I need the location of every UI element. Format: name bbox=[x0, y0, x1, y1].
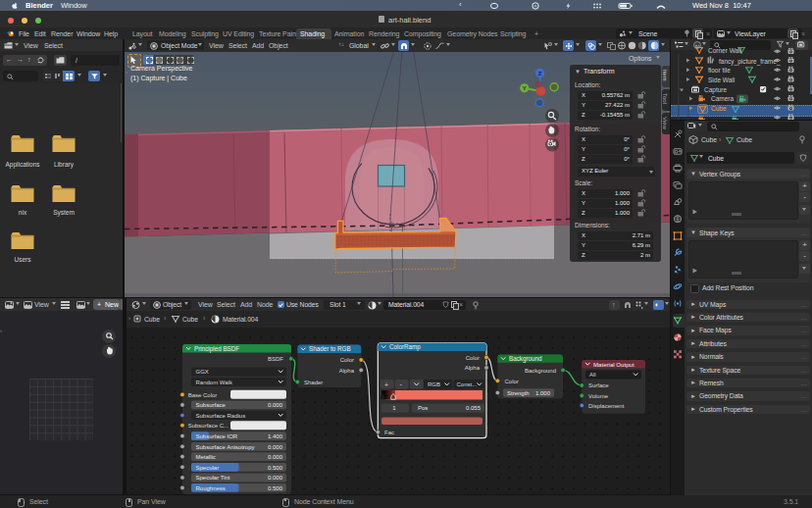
svg-text:Color: Color bbox=[340, 357, 354, 363]
svg-text:GGX: GGX bbox=[196, 369, 209, 375]
svg-text:Camera: Camera bbox=[711, 95, 735, 102]
svg-text:ColorRamp: ColorRamp bbox=[389, 343, 421, 351]
svg-text:Volume: Volume bbox=[588, 393, 609, 399]
svg-text:Subsurface Radius: Subsurface Radius bbox=[196, 413, 246, 419]
svg-text:BSDF: BSDF bbox=[268, 356, 283, 362]
svg-text:Applications: Applications bbox=[5, 161, 40, 169]
svg-text:Cube: Cube bbox=[711, 105, 727, 112]
svg-text:Displacement: Displacement bbox=[588, 403, 625, 409]
svg-text:Roughness: Roughness bbox=[196, 485, 226, 491]
svg-text:1.000: 1.000 bbox=[535, 390, 551, 396]
svg-text:Side Wall: Side Wall bbox=[708, 76, 736, 83]
svg-text:Metallic: Metallic bbox=[196, 454, 216, 460]
svg-text:nix: nix bbox=[19, 209, 27, 216]
svg-text:fancy_picture_frame_: fancy_picture_frame_ bbox=[719, 58, 781, 66]
svg-text:Background: Background bbox=[525, 368, 556, 374]
svg-text:0.000: 0.000 bbox=[268, 454, 283, 460]
svg-text:Principled BSDF: Principled BSDF bbox=[194, 345, 239, 353]
svg-text:Shader: Shader bbox=[304, 380, 323, 385]
svg-text:Library: Library bbox=[54, 161, 75, 169]
svg-text:floor tile: floor tile bbox=[708, 67, 731, 74]
svg-text:0.055: 0.055 bbox=[466, 405, 482, 411]
svg-text:Subsurface C...: Subsurface C... bbox=[188, 423, 229, 429]
svg-text:Specular: Specular bbox=[196, 465, 220, 471]
svg-text:0.500: 0.500 bbox=[268, 465, 283, 471]
svg-text:Random Walk: Random Walk bbox=[196, 380, 233, 385]
svg-text:All: All bbox=[589, 372, 596, 378]
svg-text:Subsurface IOR: Subsurface IOR bbox=[196, 433, 238, 439]
svg-text:Subsurface: Subsurface bbox=[196, 402, 227, 408]
svg-text:Material Output: Material Output bbox=[593, 361, 634, 368]
svg-text:Specular Tint: Specular Tint bbox=[196, 475, 230, 481]
svg-text:0.000: 0.000 bbox=[268, 444, 283, 450]
svg-text:Alpha: Alpha bbox=[339, 368, 355, 374]
svg-text:0.000: 0.000 bbox=[268, 402, 283, 408]
svg-text:+: + bbox=[384, 381, 388, 388]
svg-text:System: System bbox=[53, 209, 75, 217]
svg-text:Subsurface Anisotropy: Subsurface Anisotropy bbox=[196, 444, 255, 450]
svg-text:Color: Color bbox=[466, 355, 480, 361]
svg-text:Shader to RGB: Shader to RGB bbox=[309, 345, 351, 352]
svg-text:Capture: Capture bbox=[704, 86, 728, 94]
svg-text:0.000: 0.000 bbox=[268, 475, 283, 481]
svg-text:Z: Z bbox=[538, 71, 542, 76]
svg-text:Alpha: Alpha bbox=[465, 365, 481, 371]
svg-text:Fac: Fac bbox=[384, 430, 394, 435]
svg-text:1.400: 1.400 bbox=[268, 433, 283, 439]
svg-text:RGB: RGB bbox=[428, 381, 440, 387]
svg-text:Color: Color bbox=[505, 379, 519, 384]
svg-text:Const...: Const... bbox=[457, 381, 478, 387]
svg-text:Background: Background bbox=[509, 355, 542, 363]
svg-text:Corner Wall: Corner Wall bbox=[708, 47, 742, 54]
svg-text:Users: Users bbox=[15, 256, 32, 263]
svg-text:Strength: Strength bbox=[507, 390, 530, 396]
svg-text:0.500: 0.500 bbox=[268, 485, 283, 491]
svg-text:Base Color: Base Color bbox=[188, 392, 218, 398]
svg-text:Surface: Surface bbox=[588, 382, 609, 388]
svg-text:Pos: Pos bbox=[418, 405, 428, 411]
svg-text:Y: Y bbox=[523, 85, 527, 91]
